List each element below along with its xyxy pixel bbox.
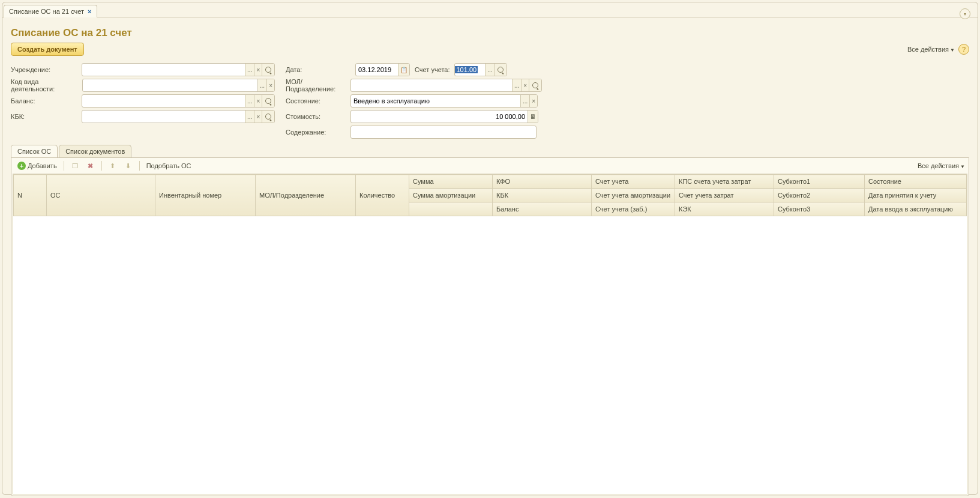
search-icon[interactable] (529, 79, 541, 91)
col-kek[interactable]: КЭК (675, 202, 774, 216)
plus-icon: + (17, 162, 26, 170)
search-icon[interactable] (262, 64, 274, 76)
clear-icon[interactable]: × (529, 95, 537, 107)
copy-button[interactable]: ❐ (68, 160, 82, 171)
col-acct-off[interactable]: Счет учета (заб.) (592, 202, 675, 216)
move-up-button[interactable]: ⬆ (106, 160, 119, 171)
grid-all-actions-menu[interactable]: Все действия▼ (918, 162, 965, 169)
all-actions-menu[interactable]: Все действия▼ (907, 46, 955, 53)
clear-icon[interactable]: × (254, 111, 262, 123)
institution-input[interactable]: ...× (82, 63, 275, 76)
institution-label: Учреждение: (11, 66, 82, 73)
col-state[interactable]: Состояние (865, 175, 967, 189)
col-sub2[interactable]: Субконто2 (774, 189, 865, 202)
kbk-label: КБК: (11, 113, 82, 120)
col-kps[interactable]: КПС счета учета затрат (675, 175, 774, 189)
kbk-input[interactable]: ...× (82, 110, 275, 123)
cost-label: Стоимость: (286, 113, 350, 120)
mol-input[interactable]: ...× (350, 79, 542, 92)
ellipsis-icon[interactable]: ... (485, 64, 494, 76)
pick-os-button[interactable]: Подобрать ОС (144, 161, 194, 171)
add-button[interactable]: +Добавить (15, 160, 59, 171)
tab-list-os[interactable]: Список ОС (11, 145, 58, 157)
ellipsis-icon[interactable]: ... (245, 95, 254, 107)
tab-list-docs[interactable]: Список документов (59, 145, 131, 157)
search-icon[interactable] (494, 64, 507, 76)
col-sum[interactable]: Сумма (409, 175, 493, 189)
col-amort-sum[interactable]: Сумма амортизации (409, 189, 493, 202)
col-kbk[interactable]: КБК (493, 189, 592, 202)
col-acct[interactable]: Счет учета (592, 175, 675, 189)
col-sub3[interactable]: Субконто3 (774, 202, 865, 216)
state-input[interactable]: ...× (350, 94, 538, 108)
ellipsis-icon[interactable]: ... (245, 111, 254, 123)
cost-input[interactable]: 🖩 (350, 110, 538, 123)
col-os[interactable]: ОС (47, 175, 155, 216)
help-icon[interactable]: ? (958, 44, 969, 55)
activity-code-label: Код вида деятельности: (11, 78, 82, 93)
account-input[interactable]: 101.00... (454, 63, 507, 76)
col-acct-amort[interactable]: Счет учета амортизации (592, 189, 675, 202)
search-icon[interactable] (262, 111, 274, 123)
balance-label: Баланс: (11, 97, 82, 105)
move-down-button[interactable]: ⬇ (122, 160, 135, 171)
date-label: Дата: (286, 66, 350, 73)
delete-button[interactable]: ✖ (84, 160, 97, 171)
os-grid[interactable]: N ОС Инвентарный номер МОЛ/Подразделение… (13, 174, 967, 494)
chevron-down-icon[interactable]: ▾ (960, 8, 970, 19)
col-balance[interactable]: Баланс (493, 202, 592, 216)
search-icon[interactable] (262, 95, 274, 107)
ellipsis-icon[interactable]: ... (512, 79, 521, 91)
calculator-icon[interactable]: 🖩 (528, 111, 538, 123)
col-n[interactable]: N (14, 175, 47, 216)
activity-code-input[interactable]: ...× (82, 79, 275, 92)
copy-icon: ❐ (71, 162, 79, 170)
clear-icon[interactable]: × (266, 79, 274, 91)
col-date-accept[interactable]: Дата принятия к учету (865, 189, 967, 202)
clear-icon[interactable]: × (254, 95, 262, 107)
state-label: Состояние: (286, 97, 350, 105)
col-date-commission[interactable]: Дата ввода в эксплуатацию (865, 202, 967, 216)
ellipsis-icon[interactable]: ... (245, 64, 254, 76)
col-sub1[interactable]: Субконто1 (774, 175, 865, 189)
col-kfo[interactable]: КФО (493, 175, 592, 189)
ellipsis-icon[interactable]: ... (257, 79, 266, 91)
ellipsis-icon[interactable]: ... (520, 95, 529, 107)
delete-icon: ✖ (86, 162, 95, 170)
arrow-down-icon: ⬇ (124, 162, 133, 170)
close-icon[interactable]: × (88, 8, 91, 15)
col-acct-cost[interactable]: Счет учета затрат (675, 189, 774, 202)
mol-label: МОЛ/Подразделение: (286, 78, 350, 93)
balance-input[interactable]: ...× (82, 94, 275, 108)
col-mol[interactable]: МОЛ/Подразделение (256, 175, 356, 216)
calendar-icon[interactable]: 📋 (398, 64, 409, 76)
date-input[interactable]: 📋 (355, 63, 410, 76)
content-input[interactable] (350, 126, 537, 139)
arrow-up-icon: ⬆ (109, 162, 117, 170)
col-inv-no[interactable]: Инвентарный номер (155, 175, 256, 216)
account-label: Счет учета: (415, 66, 449, 73)
app-tab-title: Списание ОС на 21 счет (9, 8, 84, 15)
clear-icon[interactable]: × (254, 64, 262, 76)
create-document-button[interactable]: Создать документ (11, 43, 84, 56)
app-tab[interactable]: Списание ОС на 21 счет × (4, 5, 97, 17)
page-title: Списание ОС на 21 счет (11, 27, 969, 39)
col-qty[interactable]: Количество (356, 175, 409, 216)
content-label: Содержание: (286, 129, 350, 136)
clear-icon[interactable]: × (521, 79, 529, 91)
